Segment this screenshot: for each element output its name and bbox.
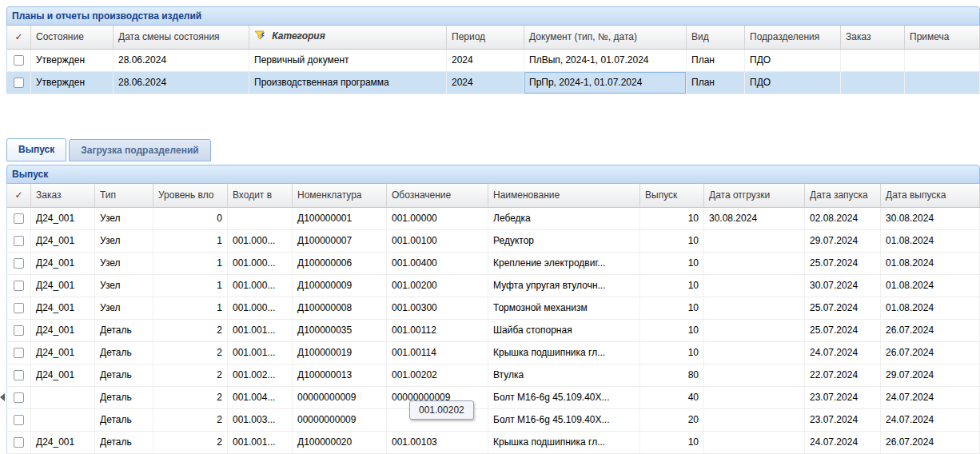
cell-release_date[interactable]: 24.07.2024 xyxy=(881,386,980,408)
cell-name[interactable]: Шайба стопорная xyxy=(488,319,640,341)
row-checkbox[interactable] xyxy=(14,55,24,66)
cell-level[interactable]: 1 xyxy=(153,297,228,319)
cell-designation[interactable]: 001.00114 xyxy=(387,341,488,364)
cell-output[interactable]: 40 xyxy=(640,386,704,408)
column-header-name[interactable]: Наименование xyxy=(488,184,640,207)
column-header-state-date[interactable]: Дата смены состояния xyxy=(114,26,249,49)
table-row[interactable]: Утвержден28.06.2024Первичный документ202… xyxy=(7,49,980,71)
cell-order[interactable]: Д24_001 xyxy=(31,252,95,274)
column-header-nomenclature[interactable]: Номенклатура xyxy=(293,184,387,207)
cell-type[interactable]: Узел xyxy=(95,252,153,274)
cell-launch_date[interactable]: 25.07.2024 xyxy=(805,252,881,274)
row-checkbox[interactable] xyxy=(14,303,24,313)
cell-name[interactable]: Болт М16-6g 45.109.40Х... xyxy=(488,408,640,431)
cell-department[interactable]: ПДО xyxy=(745,49,841,71)
cell-parent[interactable] xyxy=(228,207,293,229)
cell-name[interactable]: Крышка подшипника гл... xyxy=(488,431,640,453)
column-header-kind[interactable]: Вид xyxy=(687,26,745,49)
cell-type[interactable]: Деталь xyxy=(95,408,153,431)
cell-order[interactable] xyxy=(31,408,95,431)
cell-level[interactable]: 2 xyxy=(153,386,228,408)
column-header-document[interactable]: Документ (тип, №, дата) xyxy=(524,26,687,49)
cell-period[interactable]: 2024 xyxy=(447,71,524,94)
row-checkbox[interactable] xyxy=(14,258,24,269)
column-header-type[interactable]: Тип xyxy=(95,184,153,207)
cell-parent[interactable]: 001.000... xyxy=(228,252,293,274)
cell-launch_date[interactable]: 22.07.2024 xyxy=(805,364,881,386)
cell-ship_date[interactable] xyxy=(704,408,805,431)
cell-ship_date[interactable] xyxy=(704,274,805,297)
table-row[interactable]: Д24_001Деталь2001.001...Д100000019001.00… xyxy=(7,341,980,364)
cell-launch_date[interactable]: 24.07.2024 xyxy=(805,431,881,453)
cell-order[interactable] xyxy=(841,49,905,71)
cell-level[interactable]: 1 xyxy=(153,229,228,252)
row-checkbox[interactable] xyxy=(14,415,24,425)
row-checkbox[interactable] xyxy=(14,437,24,448)
cell-kind[interactable]: План xyxy=(687,71,745,94)
cell-release_date[interactable]: 26.07.2024 xyxy=(881,319,980,341)
cell-output[interactable]: 10 xyxy=(640,274,704,297)
cell-order[interactable]: Д24_001 xyxy=(31,341,95,364)
cell-type[interactable]: Узел xyxy=(95,297,153,319)
cell-designation[interactable]: 001.00300 xyxy=(387,297,488,319)
column-header-ship-date[interactable]: Дата отгрузки xyxy=(704,184,805,207)
cell-ship_date[interactable] xyxy=(704,229,805,252)
cell-name[interactable]: Болт М16-6g 45.109.40Х... xyxy=(488,386,640,408)
cell-output[interactable]: 10 xyxy=(640,207,704,229)
cell-nomenclature[interactable]: Д100000001 xyxy=(293,207,387,229)
row-checkbox[interactable] xyxy=(14,213,24,224)
cell-parent[interactable]: 001.001... xyxy=(228,431,293,453)
row-checkbox[interactable] xyxy=(14,325,24,336)
cell-type[interactable]: Деталь xyxy=(95,386,153,408)
cell-document[interactable]: ПрПр, 2024-1, 01.07.2024 xyxy=(524,71,687,94)
cell-parent[interactable]: 001.001... xyxy=(228,341,293,364)
cell-name[interactable]: Втулка xyxy=(488,364,640,386)
cell-type[interactable]: Деталь xyxy=(95,364,153,386)
select-all-header[interactable]: ✓ xyxy=(7,26,31,49)
cell-parent[interactable]: 001.003... xyxy=(228,408,293,431)
table-row[interactable]: Д24_001Узел0Д100000001001.00000Лебедка10… xyxy=(7,207,980,229)
cell-designation[interactable]: 001.00103 xyxy=(387,431,488,453)
cell-document[interactable]: ПлВып, 2024-1, 01.07.2024 xyxy=(524,49,687,71)
cell-launch_date[interactable]: 29.07.2024 xyxy=(805,229,881,252)
row-checkbox[interactable] xyxy=(14,281,24,291)
cell-output[interactable]: 10 xyxy=(640,319,704,341)
cell-category[interactable]: Производственная программа xyxy=(249,71,447,94)
table-row[interactable]: Д24_001Деталь2001.001...Д100000020001.00… xyxy=(7,431,980,453)
cell-release_date[interactable]: 26.07.2024 xyxy=(881,431,980,453)
cell-nomenclature[interactable]: Д100000019 xyxy=(293,341,387,364)
cell-output[interactable]: 20 xyxy=(640,408,704,431)
cell-kind[interactable]: План xyxy=(687,49,745,71)
cell-name[interactable]: Тормозной механизм xyxy=(488,297,640,319)
cell-name[interactable]: Муфта упругая втулочн... xyxy=(488,274,640,297)
cell-ship_date[interactable]: 30.08.2024 xyxy=(704,207,805,229)
cell-output[interactable]: 10 xyxy=(640,341,704,364)
cell-order[interactable] xyxy=(841,71,905,94)
column-header-level[interactable]: Уровень вло xyxy=(153,184,228,207)
cell-level[interactable]: 1 xyxy=(153,274,228,297)
cell-release_date[interactable]: 24.07.2024 xyxy=(881,408,980,431)
cell-parent[interactable]: 001.000... xyxy=(228,274,293,297)
column-header-category[interactable]: Категория xyxy=(249,26,447,49)
splitter-collapse-icon[interactable] xyxy=(0,393,5,401)
column-header-note[interactable]: Примеча xyxy=(905,26,980,49)
cell-nomenclature[interactable]: 00000000009 xyxy=(293,386,387,408)
cell-parent[interactable]: 001.001... xyxy=(228,319,293,341)
cell-ship_date[interactable] xyxy=(704,431,805,453)
cell-nomenclature[interactable]: Д100000009 xyxy=(293,274,387,297)
table-row[interactable]: Деталь2001.003...00000000009Болт М16-6g … xyxy=(7,408,980,431)
cell-level[interactable]: 2 xyxy=(153,364,228,386)
cell-order[interactable]: Д24_001 xyxy=(31,297,95,319)
cell-release_date[interactable]: 29.07.2024 xyxy=(881,364,980,386)
cell-designation[interactable]: 001.00100 xyxy=(387,229,488,252)
cell-ship_date[interactable] xyxy=(704,386,805,408)
cell-launch_date[interactable]: 25.07.2024 xyxy=(805,297,881,319)
cell-nomenclature[interactable]: Д100000035 xyxy=(293,319,387,341)
cell-output[interactable]: 10 xyxy=(640,297,704,319)
cell-type[interactable]: Узел xyxy=(95,207,153,229)
table-row[interactable]: Деталь2001.004...0000000000900000000009Б… xyxy=(7,386,980,408)
cell-ship_date[interactable] xyxy=(704,341,805,364)
table-row[interactable]: Утвержден28.06.2024Производственная прог… xyxy=(7,71,980,94)
cell-order[interactable] xyxy=(31,386,95,408)
cell-name[interactable]: Редуктор xyxy=(488,229,640,252)
